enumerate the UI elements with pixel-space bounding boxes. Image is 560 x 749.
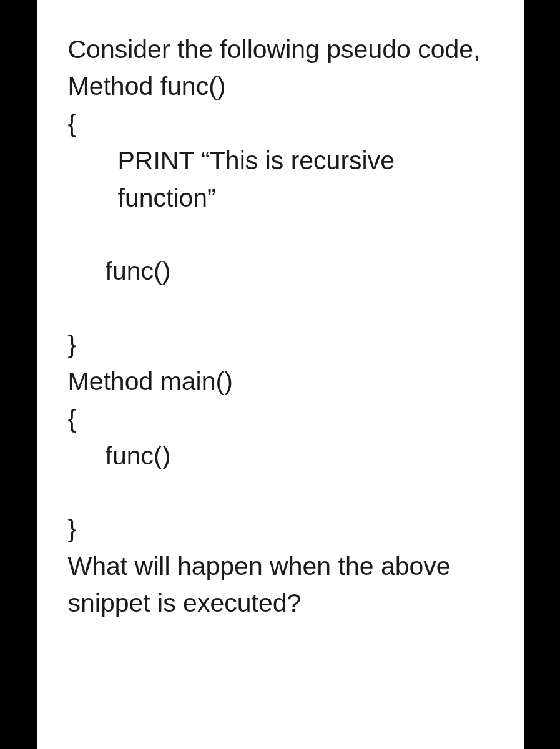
document-page: Consider the following pseudo code, Meth… [37, 0, 524, 749]
text-line-intro: Consider the following pseudo code, [68, 31, 493, 68]
text-line-print: PRINT “This is recursive function” [68, 142, 493, 217]
blank-line [68, 217, 493, 253]
blank-line [68, 474, 493, 511]
text-line-method-func: Method func() [68, 68, 493, 105]
text-line-method-main: Method main() [68, 363, 493, 400]
text-line-brace-open: { [68, 105, 493, 142]
text-line-brace-close-main: } [68, 511, 493, 547]
blank-line [68, 290, 493, 326]
text-line-brace-open-main: { [68, 401, 493, 438]
text-line-func-call-main: func() [68, 438, 493, 474]
text-line-brace-close: } [68, 326, 493, 363]
text-line-func-call: func() [68, 253, 493, 290]
text-line-question: What will happen when the above snippet … [68, 548, 493, 622]
